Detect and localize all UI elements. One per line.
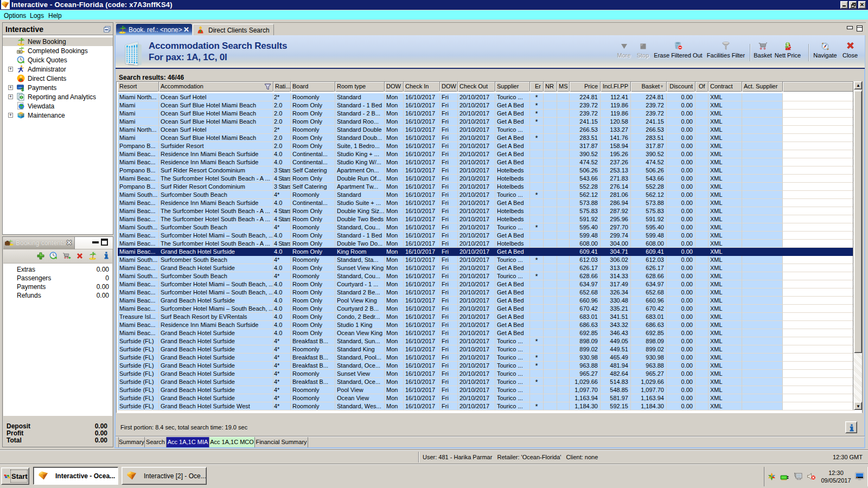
svg-text:$: $	[21, 87, 24, 92]
